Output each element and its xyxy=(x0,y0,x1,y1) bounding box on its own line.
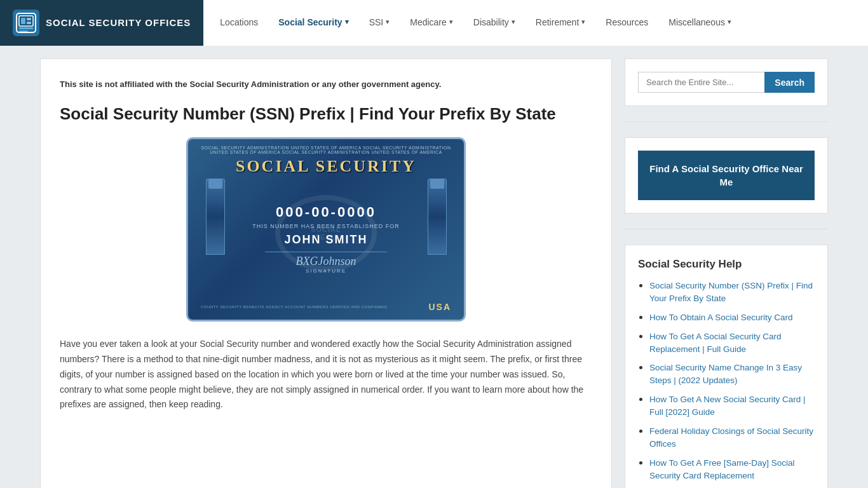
svg-rect-6 xyxy=(19,27,33,29)
help-link[interactable]: How To Get A Social Security Card Replac… xyxy=(649,332,782,354)
disclaimer-text: This site is not affiliated with the Soc… xyxy=(60,78,592,91)
search-row: Search xyxy=(638,72,815,93)
card-bottom-left: COUNTY SECURITY BENEFITS AGENCY ACCOUNT … xyxy=(201,305,388,309)
card-top-text: SOCIAL SECURITY ADMINISTRATION UNITED ST… xyxy=(194,146,458,154)
sidebar-divider-1 xyxy=(625,121,828,122)
help-list: Social Security Number (SSN) Prefix | Fi… xyxy=(638,280,815,482)
help-link[interactable]: How To Get A Free [Same-Day] Social Secu… xyxy=(649,458,795,480)
chevron-down-icon: ▾ xyxy=(512,18,515,26)
help-link[interactable]: Social Security Name Change In 3 Easy St… xyxy=(649,363,802,385)
logo-area: Social Security Offices xyxy=(0,0,203,46)
card-bottom: COUNTY SECURITY BENEFITS AGENCY ACCOUNT … xyxy=(194,299,458,313)
chevron-down-icon: ▾ xyxy=(581,18,585,26)
article-body: Have you ever taken a look at your Socia… xyxy=(60,337,592,412)
card-title: SOCIAL SECURITY xyxy=(236,157,416,175)
pillar-right xyxy=(428,179,447,255)
nav-item-locations[interactable]: Locations xyxy=(210,0,268,46)
chevron-down-icon: ▾ xyxy=(449,18,453,26)
article-title: Social Security Number (SSN) Prefix | Fi… xyxy=(60,104,592,125)
list-item: How To Get A New Social Security Card | … xyxy=(649,393,815,419)
nav-item-resources[interactable]: Resources xyxy=(595,0,658,46)
card-watermark-text: SOCIALSECU xyxy=(311,226,341,241)
card-image-container: SOCIAL SECURITY ADMINISTRATION UNITED ST… xyxy=(60,137,592,322)
card-title-arch: SOCIAL SECURITY xyxy=(194,157,458,176)
content-layout: This site is not affiliated with the Soc… xyxy=(40,58,828,488)
list-item: How To Get A Social Security Card Replac… xyxy=(649,330,815,356)
nav-item-miscellaneous[interactable]: Miscellaneous ▾ xyxy=(658,0,742,46)
svg-rect-3 xyxy=(21,18,25,24)
help-links-widget: Social Security Help Social Security Num… xyxy=(625,245,828,488)
nav-item-disability[interactable]: Disability ▾ xyxy=(463,0,526,46)
help-link[interactable]: How To Obtain A Social Security Card xyxy=(649,313,793,322)
list-item: How To Get A Free [Same-Day] Social Secu… xyxy=(649,457,815,482)
nav-item-medicare[interactable]: Medicare ▾ xyxy=(400,0,463,46)
card-left-pillar xyxy=(198,179,233,299)
help-section-title: Social Security Help xyxy=(638,258,815,271)
nav-item-social-security[interactable]: Social Security ▾ xyxy=(268,0,358,46)
svg-rect-7 xyxy=(19,30,28,32)
chevron-down-icon: ▾ xyxy=(728,18,731,26)
chevron-down-icon: ▾ xyxy=(345,18,349,26)
list-item: Social Security Number (SSN) Prefix | Fi… xyxy=(649,280,815,305)
svg-rect-5 xyxy=(27,22,31,24)
svg-rect-4 xyxy=(27,18,31,20)
card-right-pillar xyxy=(419,179,454,299)
find-office-button[interactable]: Find A Social Security Office Near Me xyxy=(638,151,815,200)
nav-item-ssi[interactable]: SSI ▾ xyxy=(359,0,400,46)
sidebar: Search Find A Social Security Office Nea… xyxy=(625,58,828,488)
list-item: Federal Holiday Closings of Social Secur… xyxy=(649,425,815,451)
help-link[interactable]: Social Security Number (SSN) Prefix | Fi… xyxy=(649,281,813,303)
search-input[interactable] xyxy=(638,72,764,93)
pillar-lines-right xyxy=(431,192,443,254)
help-link[interactable]: How To Get A New Social Security Card | … xyxy=(649,395,806,417)
search-widget: Search xyxy=(625,58,828,106)
ssn-card-image: SOCIAL SECURITY ADMINISTRATION UNITED ST… xyxy=(186,137,466,322)
find-office-widget: Find A Social Security Office Near Me xyxy=(625,137,828,214)
help-link[interactable]: Federal Holiday Closings of Social Secur… xyxy=(649,426,813,449)
nav-item-retirement[interactable]: Retirement ▾ xyxy=(526,0,595,46)
site-logo-text: Social Security Offices xyxy=(46,17,191,29)
list-item: How To Obtain A Social Security Card xyxy=(649,311,815,324)
search-button[interactable]: Search xyxy=(764,72,815,93)
sidebar-divider-2 xyxy=(625,229,828,229)
main-content: This site is not affiliated with the Soc… xyxy=(40,58,612,488)
chevron-down-icon: ▾ xyxy=(386,18,390,26)
site-header: Social Security Offices LocationsSocial … xyxy=(0,0,868,46)
pillar-lines-left xyxy=(210,192,221,254)
card-usa-label: USA xyxy=(428,302,451,312)
main-nav: LocationsSocial Security ▾SSI ▾Medicare … xyxy=(203,0,868,46)
pillar-left xyxy=(206,179,225,255)
site-logo-icon xyxy=(13,10,39,36)
page-wrapper: This site is not affiliated with the Soc… xyxy=(0,46,868,488)
card-watermark: SOCIALSECU xyxy=(275,195,377,271)
list-item: Social Security Name Change In 3 Easy St… xyxy=(649,362,815,387)
